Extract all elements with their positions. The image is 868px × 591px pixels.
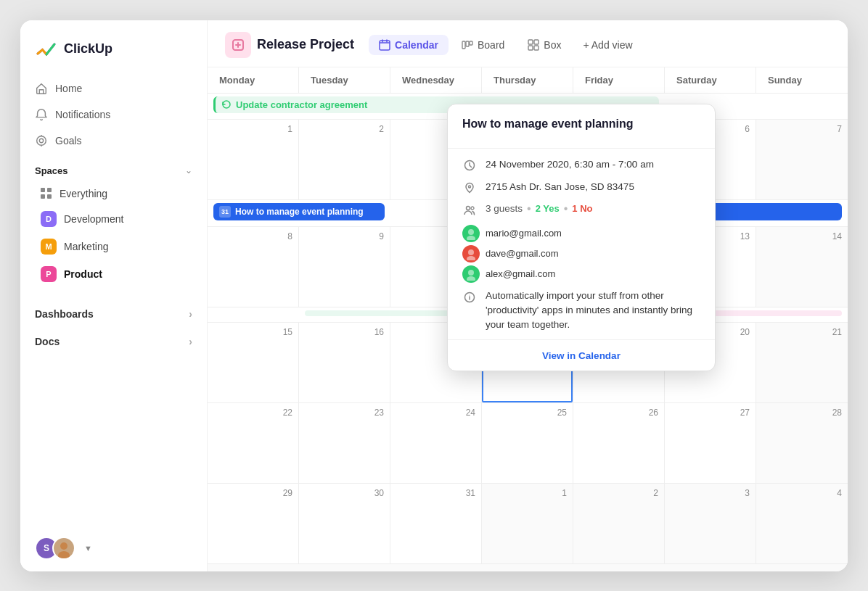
- avatar-face-icon: [54, 538, 74, 558]
- event-planning-span: 31 How to manage event planning: [208, 203, 390, 223]
- nav-notifications[interactable]: Notifications: [26, 102, 201, 128]
- date-27: 27: [671, 408, 750, 418]
- cell-next-1: 1: [482, 484, 573, 563]
- guest-face-icon-2: [464, 247, 478, 260]
- cell-30: 30: [299, 484, 390, 563]
- popup-body: 24 November 2020, 6:30 am - 7:00 am 2715…: [448, 149, 715, 333]
- cell-27: 27: [665, 403, 756, 483]
- svg-point-23: [467, 236, 475, 240]
- spaces-chevron-icon[interactable]: ⌄: [185, 165, 192, 175]
- svg-rect-16: [528, 46, 533, 50]
- date-14: 14: [762, 231, 842, 241]
- event-planning-bar[interactable]: 31 How to manage event planning: [213, 203, 385, 220]
- cell-22: 22: [208, 403, 299, 483]
- date-21: 21: [762, 327, 842, 337]
- clock-icon: [462, 158, 477, 173]
- sidebar-item-development[interactable]: D Development: [32, 205, 195, 233]
- date-24: 24: [396, 408, 475, 418]
- docs-item[interactable]: Docs ›: [26, 328, 201, 355]
- no-badge: 1 No: [572, 203, 592, 214]
- date-8: 8: [213, 231, 292, 241]
- calendar-row-4: 22 23 24 25 26 27 28: [208, 403, 848, 484]
- date-25: 25: [488, 408, 567, 418]
- header-saturday: Saturday: [665, 67, 756, 93]
- svg-rect-12: [466, 41, 469, 46]
- date-1: 1: [213, 124, 292, 134]
- popup-title: How to manage event planning: [462, 117, 700, 131]
- svg-point-1: [39, 139, 43, 142]
- tab-calendar-label: Calendar: [395, 39, 438, 51]
- date-next-3: 3: [671, 488, 750, 498]
- nav-home[interactable]: Home: [26, 75, 201, 102]
- svg-rect-11: [462, 41, 465, 49]
- popup-location-text: 2715 Ash Dr. San Jose, SD 83475: [486, 180, 634, 194]
- cell-26: 26: [573, 403, 665, 483]
- event-planning-icon: 31: [219, 206, 231, 218]
- nav-notifications-label: Notifications: [55, 109, 110, 120]
- cell-14: 14: [756, 227, 848, 307]
- date-29: 29: [213, 488, 292, 498]
- svg-rect-7: [380, 41, 390, 50]
- header-friday: Friday: [573, 67, 665, 93]
- cell-1: 1: [208, 120, 299, 199]
- tab-board[interactable]: Board: [451, 35, 515, 55]
- nav-items: Home Notifications Goals: [20, 75, 207, 154]
- date-next-4: 4: [762, 488, 842, 498]
- marketing-dot: M: [41, 239, 57, 255]
- project-box-icon: [230, 37, 246, 53]
- development-dot: D: [41, 211, 57, 227]
- svg-point-4: [60, 542, 67, 550]
- guest-email-mario: mario@gmail.com: [486, 228, 562, 239]
- dashboards-item[interactable]: Dashboards ›: [26, 301, 201, 327]
- date-9: 9: [305, 231, 384, 241]
- svg-point-20: [467, 206, 470, 210]
- goals-icon: [35, 134, 48, 147]
- view-in-calendar-link[interactable]: View in Calendar: [542, 350, 621, 361]
- tab-box[interactable]: Box: [517, 35, 571, 55]
- date-30: 30: [305, 488, 384, 498]
- svg-point-30: [470, 294, 470, 295]
- svg-rect-14: [528, 40, 533, 44]
- tab-calendar[interactable]: Calendar: [369, 35, 449, 55]
- home-icon: [35, 82, 48, 95]
- cell-8: 8: [208, 227, 299, 307]
- popup-location-row: 2715 Ash Dr. San Jose, SD 83475: [448, 180, 715, 195]
- contractor-event-label: Update contractor agreement: [236, 99, 367, 110]
- popup-guests-row: 3 guests • 2 Yes • 1 No: [448, 202, 715, 218]
- cell-16: 16: [299, 323, 390, 402]
- svg-point-24: [468, 249, 474, 255]
- nav-goals[interactable]: Goals: [26, 128, 201, 154]
- bell-icon: [35, 108, 48, 121]
- date-next-1: 1: [488, 488, 567, 498]
- date-28: 28: [762, 408, 842, 418]
- guest-avatar-dave: [462, 245, 480, 263]
- date-26: 26: [579, 408, 658, 418]
- location-icon: [462, 181, 477, 195]
- logo-area: ClickUp: [20, 38, 207, 75]
- sidebar-item-product[interactable]: P Product: [32, 260, 195, 288]
- marketing-label: Marketing: [64, 241, 108, 252]
- svg-rect-17: [534, 46, 539, 50]
- add-view-button[interactable]: + Add view: [574, 35, 641, 55]
- refresh-icon: [221, 99, 232, 109]
- svg-point-21: [471, 207, 474, 210]
- dashboards-chevron-icon: ›: [189, 308, 192, 320]
- sidebar-item-everything[interactable]: Everything: [32, 182, 195, 205]
- dashboards-label: Dashboards: [35, 308, 94, 320]
- event-popup: How to manage event planning 24 November…: [447, 104, 716, 372]
- tab-box-label: Box: [544, 39, 561, 51]
- guest-item-mario: mario@gmail.com: [448, 225, 715, 242]
- product-label: Product: [64, 268, 102, 280]
- svg-point-19: [469, 186, 471, 188]
- guest-face-icon: [464, 227, 478, 240]
- guest-item-alex: alex@gmail.com: [448, 265, 715, 283]
- guest-face-icon-3: [464, 268, 478, 281]
- header-tuesday: Tuesday: [299, 67, 390, 93]
- sidebar-item-marketing[interactable]: M Marketing: [32, 233, 195, 260]
- header-sunday: Sunday: [756, 67, 848, 93]
- guest-email-dave: dave@gmail.com: [486, 248, 559, 259]
- user-area[interactable]: S ▼: [20, 525, 207, 560]
- tab-board-label: Board: [478, 39, 504, 51]
- date-22: 22: [213, 408, 292, 418]
- svg-point-27: [467, 276, 475, 281]
